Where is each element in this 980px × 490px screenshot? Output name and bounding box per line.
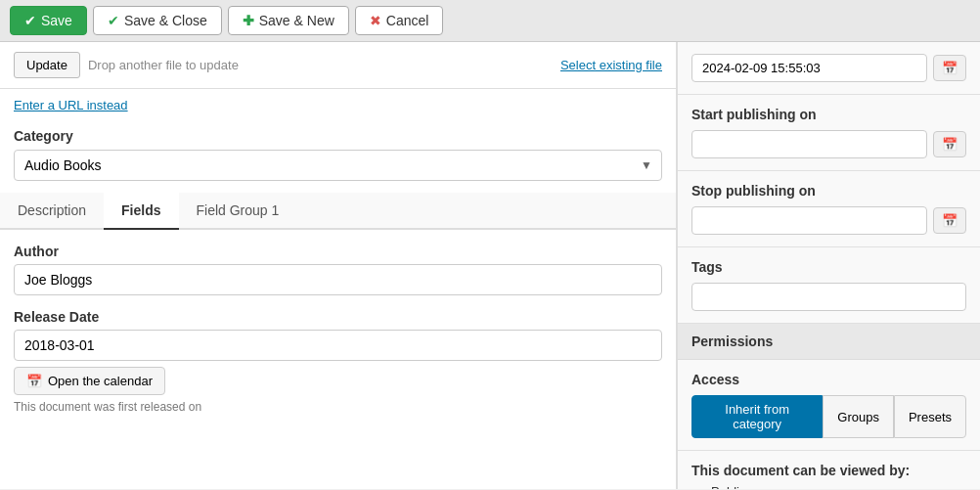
calendar-icon: 📅 <box>942 61 958 75</box>
save-close-button[interactable]: ✔ Save & Close <box>93 6 222 35</box>
calendar-icon: 📅 <box>26 374 42 388</box>
tab-field-group-1[interactable]: Field Group 1 <box>179 193 297 230</box>
author-input[interactable] <box>14 264 662 295</box>
start-publishing-row: 📅 <box>691 130 966 158</box>
left-panel: Update Drop another file to update Selec… <box>0 42 677 489</box>
list-item: Public <box>711 484 966 489</box>
main-layout: Update Drop another file to update Selec… <box>0 42 980 489</box>
update-button[interactable]: Update <box>14 52 80 78</box>
release-date-field-group: Release Date 📅 Open the calendar This do… <box>14 309 662 414</box>
author-label: Author <box>14 244 662 259</box>
stop-publishing-row: 📅 <box>691 206 966 235</box>
toolbar: ✔ Save ✔ Save & Close ✚ Save & New ✖ Can… <box>0 0 980 42</box>
save-button[interactable]: ✔ Save <box>10 6 87 35</box>
stop-publishing-section: Stop publishing on 📅 <box>678 171 980 247</box>
save-new-button[interactable]: ✚ Save & New <box>228 6 349 35</box>
viewable-section: This document can be viewed by: Public <box>678 451 980 489</box>
created-date-calendar-button[interactable]: 📅 <box>933 55 966 81</box>
tags-input[interactable] <box>691 283 966 311</box>
release-date-input[interactable] <box>14 330 662 361</box>
access-section: Access Inherit from category Groups Pres… <box>678 360 980 451</box>
tags-label: Tags <box>691 259 966 275</box>
category-label: Category <box>14 128 662 144</box>
stop-publishing-input[interactable] <box>691 206 927 235</box>
tabs-bar: Description Fields Field Group 1 <box>0 193 676 230</box>
plus-icon: ✚ <box>243 13 254 28</box>
start-publishing-section: Start publishing on 📅 <box>678 95 980 171</box>
category-select[interactable]: Audio Books Books Music Video <box>14 150 662 181</box>
calendar-icon: 📅 <box>942 213 958 228</box>
open-calendar-button[interactable]: 📅 Open the calendar <box>14 367 165 395</box>
fields-content: Author Release Date 📅 Open the calendar … <box>0 230 676 441</box>
groups-button[interactable]: Groups <box>823 395 894 438</box>
select-existing-link[interactable]: Select existing file <box>560 58 662 72</box>
tags-section: Tags <box>678 247 980 324</box>
calendar-icon: 📅 <box>942 137 958 152</box>
category-section: Category Audio Books Books Music Video ▼ <box>0 120 676 193</box>
tab-fields[interactable]: Fields <box>104 193 178 230</box>
release-date-note: This document was first released on <box>14 400 662 414</box>
url-link[interactable]: Enter a URL instead <box>14 98 128 112</box>
file-bar: Update Drop another file to update Selec… <box>0 42 676 89</box>
start-publishing-label: Start publishing on <box>691 107 966 122</box>
save-icon: ✔ <box>24 13 36 28</box>
cancel-button[interactable]: ✖ Cancel <box>355 6 444 35</box>
category-select-wrap: Audio Books Books Music Video ▼ <box>14 150 662 181</box>
viewable-list: Public <box>691 484 966 489</box>
url-link-wrap: Enter a URL instead <box>0 89 676 120</box>
created-date-section: 📅 <box>678 42 980 95</box>
presets-button[interactable]: Presets <box>894 395 966 438</box>
author-field-group: Author <box>14 244 662 295</box>
stop-publishing-calendar-button[interactable]: 📅 <box>933 207 966 234</box>
start-publishing-calendar-button[interactable]: 📅 <box>933 131 966 157</box>
permissions-title: Permissions <box>691 334 773 349</box>
start-publishing-input[interactable] <box>691 130 927 158</box>
created-date-row: 📅 <box>691 54 966 82</box>
check-icon: ✔ <box>108 13 119 28</box>
stop-publishing-label: Stop publishing on <box>691 183 966 199</box>
release-date-label: Release Date <box>14 309 662 325</box>
tab-description[interactable]: Description <box>0 193 104 230</box>
x-icon: ✖ <box>370 13 381 28</box>
permissions-header: Permissions <box>678 324 980 360</box>
access-label: Access <box>691 372 966 387</box>
created-date-input[interactable] <box>691 54 927 82</box>
drop-text: Drop another file to update <box>88 58 553 72</box>
right-panel: 📅 Start publishing on 📅 Stop publishing … <box>677 42 980 489</box>
viewable-title: This document can be viewed by: <box>691 463 966 478</box>
access-buttons: Inherit from category Groups Presets <box>691 395 966 438</box>
inherit-from-category-button[interactable]: Inherit from category <box>691 395 823 438</box>
